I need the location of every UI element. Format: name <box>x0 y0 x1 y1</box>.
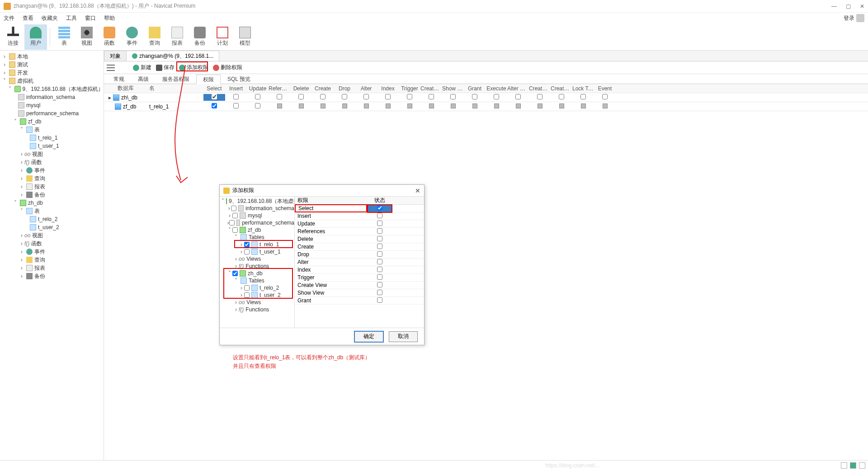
dlg-table-check[interactable] <box>244 285 250 291</box>
menu-file[interactable]: 文件 <box>4 14 14 22</box>
dlg-priv-checkbox[interactable] <box>377 228 382 234</box>
priv-checkbox[interactable] <box>233 94 239 99</box>
tool-backup[interactable]: 备份 <box>189 24 211 50</box>
tree-vm[interactable]: 虚拟机 <box>17 77 33 85</box>
dlg-priv-row[interactable]: Grant <box>295 297 424 305</box>
grid-header[interactable]: Index <box>377 85 399 92</box>
tool-connect[interactable]: 连接 <box>2 24 24 50</box>
grid-header[interactable]: Lock Tabl <box>572 85 594 92</box>
dlg-db-check[interactable] <box>231 206 236 211</box>
dialog-cancel-button[interactable]: 取消 <box>389 331 418 342</box>
dlg-priv-row[interactable]: Trigger <box>295 274 424 282</box>
tab-object[interactable]: 对象 <box>104 51 127 61</box>
priv-checkbox[interactable] <box>342 94 347 99</box>
priv-checkbox[interactable] <box>603 103 608 108</box>
tree-report[interactable]: 报表 <box>34 264 45 272</box>
grid-header[interactable]: Create <box>312 85 334 92</box>
grid-row[interactable]: zf_dbt_relo_1 <box>104 102 868 111</box>
dlg-priv-checkbox[interactable] <box>377 297 382 303</box>
connection-tree[interactable]: ›本地 ›测试 ›开发 ˅虚拟机 ˅9、192.168.10.88（本地虚拟机）… <box>0 51 104 460</box>
tree-table[interactable]: t_user_2 <box>38 224 59 230</box>
tool-schedule[interactable]: 计划 <box>211 24 234 50</box>
tree-connection[interactable]: 9、192.168.10.88（本地虚拟机） <box>23 85 104 93</box>
dlg-priv-row[interactable]: Show View <box>295 289 424 297</box>
dlg-priv-row[interactable]: Alter <box>295 258 424 266</box>
dialog-tree[interactable]: ˅9、192.168.10.88（本地虚拟机） ›information_sch… <box>220 197 295 328</box>
status-icon[interactable] <box>850 462 856 469</box>
dlg-db-check[interactable] <box>232 227 238 233</box>
dlg-priv-row[interactable]: Create <box>295 243 424 251</box>
tree-fn[interactable]: 函数 <box>31 240 42 248</box>
menu-view[interactable]: 查看 <box>23 14 33 22</box>
new-button[interactable]: 新建 <box>133 64 151 71</box>
grid-header[interactable]: Delete <box>290 85 312 92</box>
tree-table[interactable]: t_user_1 <box>38 143 59 149</box>
tree-views[interactable]: 视图 <box>32 150 43 158</box>
priv-checkbox[interactable] <box>429 94 434 99</box>
tab-user[interactable]: zhangsan@% (9、192.168.1... <box>126 51 219 61</box>
dlg-table-check[interactable] <box>244 242 250 247</box>
dlg-priv-row[interactable]: Select <box>295 205 424 212</box>
priv-checkbox[interactable] <box>321 103 326 108</box>
priv-checkbox[interactable] <box>386 103 391 108</box>
dlg-priv-checkbox[interactable] <box>377 259 382 264</box>
priv-checkbox[interactable] <box>364 103 369 108</box>
tree-local[interactable]: 本地 <box>17 53 28 61</box>
tree-fn[interactable]: 函数 <box>31 159 42 166</box>
priv-checkbox[interactable] <box>581 103 586 108</box>
minimize-button[interactable]: — <box>831 3 837 9</box>
tree-report[interactable]: 报表 <box>34 183 45 191</box>
subtab-general[interactable]: 常规 <box>107 74 131 84</box>
status-icon[interactable] <box>859 462 865 469</box>
dlg-priv-checkbox[interactable] <box>377 244 382 249</box>
hamburger-icon[interactable] <box>107 65 115 71</box>
grid-header[interactable]: Alter <box>355 85 377 92</box>
grid-header[interactable]: Create Ro <box>529 85 551 92</box>
grid-header[interactable]: Reference <box>269 85 290 92</box>
dlg-priv-row[interactable]: References <box>295 228 424 235</box>
tree-test[interactable]: 测试 <box>17 61 28 69</box>
priv-checkbox[interactable] <box>516 103 521 108</box>
tool-view[interactable]: 视图 <box>75 24 98 50</box>
dlg-priv-row[interactable]: Update <box>295 220 424 228</box>
tool-function[interactable]: 函数 <box>98 24 121 50</box>
tool-table[interactable]: 表 <box>53 24 75 50</box>
menu-help[interactable]: 帮助 <box>104 14 115 22</box>
tree-zfdb[interactable]: zf_db <box>28 118 41 125</box>
dlg-priv-checkbox[interactable] <box>377 282 382 287</box>
priv-checkbox[interactable] <box>212 103 217 108</box>
dlg-tree-root[interactable]: 9、192.168.10.88（本地虚拟机） <box>229 197 295 205</box>
priv-checkbox[interactable] <box>407 94 412 99</box>
priv-checkbox[interactable] <box>580 94 586 99</box>
priv-checkbox[interactable] <box>494 94 499 99</box>
grid-row[interactable]: ▸zh\_db <box>104 93 868 102</box>
dlg-priv-checkbox[interactable] <box>377 213 382 218</box>
priv-checkbox[interactable] <box>538 103 542 108</box>
dlg-priv-row[interactable]: Insert <box>295 212 424 220</box>
tree-db[interactable]: information_schema <box>26 94 75 100</box>
dlg-db-check[interactable] <box>232 213 238 218</box>
tree-query[interactable]: 查询 <box>34 256 45 264</box>
grid-header[interactable]: Trigger <box>399 85 420 92</box>
avatar-icon[interactable] <box>856 14 864 22</box>
grid-header[interactable]: Grant <box>464 85 486 92</box>
priv-checkbox[interactable] <box>515 94 521 99</box>
priv-checkbox[interactable] <box>472 94 477 99</box>
dialog-close-button[interactable]: ✕ <box>415 187 420 194</box>
dlg-priv-checkbox[interactable] <box>377 221 382 226</box>
dlg-priv-checkbox[interactable] <box>377 236 382 241</box>
tree-views[interactable]: 视图 <box>32 232 43 240</box>
dlg-db-check[interactable] <box>229 220 235 226</box>
grid-header[interactable]: Select <box>203 85 225 92</box>
subtab-advanced[interactable]: 高级 <box>131 74 156 84</box>
priv-checkbox[interactable] <box>342 103 347 108</box>
grid-header[interactable]: Update <box>247 85 269 92</box>
tool-query[interactable]: 查询 <box>143 24 166 50</box>
tree-events[interactable]: 事件 <box>34 248 45 256</box>
menu-window[interactable]: 窗口 <box>85 14 96 22</box>
grid-header[interactable]: Insert <box>225 85 247 92</box>
priv-checkbox[interactable] <box>277 103 282 108</box>
priv-checkbox[interactable] <box>407 103 412 108</box>
grid-header[interactable]: Alter Rout <box>507 85 529 92</box>
priv-checkbox[interactable] <box>298 94 304 99</box>
